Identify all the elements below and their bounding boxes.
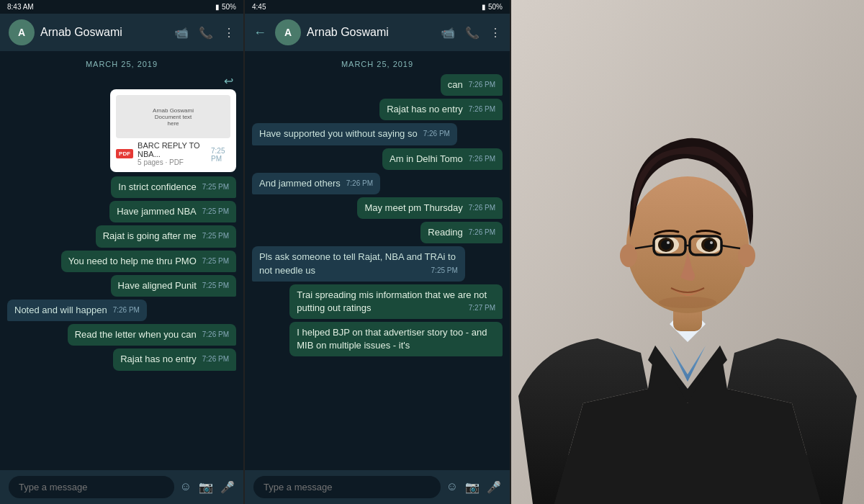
emoji-icon[interactable]: ☺: [180, 480, 192, 494]
msg-row-3: Rajat is going after me 7:25 PM: [7, 225, 236, 247]
m-time-7: 7:25 PM: [431, 266, 458, 276]
video-icon-m[interactable]: 📹: [441, 26, 455, 40]
svg-point-6: [738, 244, 755, 267]
msg-row-7: Read the letter when you can 7:26 PM: [7, 324, 236, 346]
m-bubble-1: Rajat has no entry 7:26 PM: [379, 99, 503, 120]
preview-text: Arnab GoswamiDocument texthere: [150, 104, 197, 130]
date-badge-left: MARCH 25, 2019: [7, 60, 236, 68]
status-bar-left: 8:43 AM ▮ 50%: [0, 0, 243, 14]
attachment-bubble: Arnab GoswamiDocument texthere PDF BARC …: [110, 89, 236, 172]
m-bubble-0: can 7:26 PM: [441, 74, 503, 96]
msg-row-8: Rajat has no entry 7:26 PM: [7, 348, 236, 370]
bubble-sent-7: Read the letter when you can 7:26 PM: [68, 324, 236, 346]
chat-body-middle: MARCH 25, 2019 can 7:26 PM Rajat has no …: [245, 51, 510, 470]
reply-icon: ↩: [224, 74, 233, 88]
time-1: 7:25 PM: [202, 182, 229, 192]
attachment-name: BARC REPLY TO NBA...: [138, 141, 201, 158]
header-icons-left: 📹 📞 ⋮: [174, 26, 235, 40]
m-time-0: 7:26 PM: [469, 80, 495, 90]
avatar-middle: A: [275, 19, 301, 45]
header-left: A Arnab Goswami 📹 📞 ⋮: [0, 14, 243, 51]
m-bubble-6: Reading 7:26 PM: [420, 222, 503, 243]
type-bar-left: ☺ 📷 🎤: [0, 470, 243, 504]
reply-row: ↩: [224, 74, 236, 88]
msg-row-2: Have jammed NBA 7:25 PM: [7, 201, 236, 222]
call-icon[interactable]: 📞: [199, 26, 213, 40]
bubble-received-6: Noted and will happen 7:26 PM: [7, 300, 147, 321]
bubble-sent-8: Rajat has no entry 7:26 PM: [113, 348, 236, 370]
msg-row-6: Noted and will happen 7:26 PM: [7, 300, 236, 321]
m-bubble-9: I helped BJP on that advertiser story to…: [289, 322, 503, 356]
bubble-sent-4: You need to help me thru PMO 7:25 PM: [61, 251, 236, 272]
attachment-time: 7:25 PM: [211, 147, 230, 163]
middle-phone: 4:45 ▮ 50% ← A Arnab Goswami 📹 📞 ⋮ MARCH…: [245, 0, 511, 504]
msg-row-5: Have aligned Punit 7:25 PM: [7, 275, 236, 297]
svg-point-5: [620, 244, 637, 267]
svg-point-9: [661, 240, 671, 250]
main-container: 8:43 AM ▮ 50% A Arnab Goswami 📹 📞 ⋮ MARC…: [0, 0, 864, 504]
header-icons-middle: 📹 📞 ⋮: [441, 26, 501, 40]
m-msg-row-5: May meet pm Thursday 7:26 PM: [252, 197, 503, 219]
menu-icon[interactable]: ⋮: [223, 26, 235, 40]
svg-point-17: [659, 297, 716, 308]
bubble-sent-3: Rajat is going after me 7:25 PM: [96, 225, 236, 247]
time-2: 7:25 PM: [202, 207, 229, 217]
m-bubble-8: Trai spreading mis information that we a…: [289, 284, 503, 319]
type-input-left[interactable]: [9, 476, 174, 498]
time-left: 8:43 AM: [7, 3, 34, 11]
battery-icon-m: ▮ 50%: [482, 3, 503, 11]
type-bar-middle: ☺ 📷 🎤: [245, 470, 510, 504]
type-icons-left: ☺ 📷 🎤: [180, 480, 235, 494]
time-4: 7:25 PM: [202, 256, 229, 266]
battery-icon: ▮ 50%: [215, 3, 236, 11]
time-middle: 4:45: [252, 3, 266, 11]
svg-point-10: [667, 241, 670, 244]
m-bubble-3: Am in Delhi Tomo 7:26 PM: [382, 148, 503, 170]
m-msg-row-6: Reading 7:26 PM: [252, 222, 503, 243]
chat-body-left: MARCH 25, 2019 ↩ Arnab GoswamiDocument t…: [0, 51, 243, 470]
status-bar-middle: 4:45 ▮ 50%: [245, 0, 510, 14]
m-time-2: 7:26 PM: [423, 129, 450, 139]
mic-icon-m[interactable]: 🎤: [487, 480, 501, 494]
menu-icon-m[interactable]: ⋮: [490, 26, 501, 40]
m-msg-row-7: Pls ask someone to tell Rajat, NBA and T…: [252, 246, 503, 281]
m-bubble-5: May meet pm Thursday 7:26 PM: [357, 197, 503, 219]
m-msg-row-0: can 7:26 PM: [252, 74, 503, 96]
bubble-sent-5: Have aligned Punit 7:25 PM: [111, 275, 236, 297]
m-time-1: 7:26 PM: [469, 104, 495, 114]
time-3: 7:25 PM: [202, 231, 229, 241]
date-badge-middle: MARCH 25, 2019: [252, 60, 503, 68]
status-right-m: ▮ 50%: [482, 3, 503, 11]
msg-row-4: You need to help me thru PMO 7:25 PM: [7, 251, 236, 272]
m-time-6: 7:26 PM: [469, 228, 495, 238]
svg-point-13: [704, 240, 714, 250]
time-6: 7:26 PM: [113, 305, 140, 315]
attachment-wrapper: ↩ Arnab GoswamiDocument texthere PDF BAR…: [78, 74, 236, 174]
video-icon[interactable]: 📹: [174, 26, 189, 40]
time-5: 7:25 PM: [202, 281, 229, 291]
type-icons-middle: ☺ 📷 🎤: [446, 480, 501, 494]
m-msg-row-4: And jammed others 7:26 PM: [252, 173, 503, 194]
m-msg-row-9: I helped BJP on that advertiser story to…: [252, 322, 503, 356]
header-middle: ← A Arnab Goswami 📹 📞 ⋮: [245, 14, 510, 51]
camera-icon-m[interactable]: 📷: [465, 480, 480, 494]
time-8: 7:26 PM: [202, 354, 229, 364]
attachment-details: BARC REPLY TO NBA... 5 pages · PDF: [138, 141, 201, 166]
m-msg-row-1: Rajat has no entry 7:26 PM: [252, 99, 503, 120]
call-icon-m[interactable]: 📞: [465, 26, 480, 40]
status-left: 8:43 AM: [7, 3, 34, 11]
m-time-8: 7:27 PM: [469, 303, 495, 313]
avatar-left: A: [9, 19, 35, 45]
pdf-icon: PDF: [116, 149, 133, 158]
back-arrow-icon[interactable]: ←: [253, 25, 266, 40]
status-left-m: 4:45: [252, 3, 266, 11]
attachment-meta: 5 pages · PDF: [138, 158, 201, 166]
mic-icon[interactable]: 🎤: [220, 480, 235, 494]
m-bubble-7: Pls ask someone to tell Rajat, NBA and T…: [252, 246, 465, 281]
m-time-3: 7:26 PM: [469, 154, 495, 164]
camera-icon[interactable]: 📷: [199, 480, 213, 494]
time-7: 7:26 PM: [202, 330, 229, 340]
person-panel: [511, 0, 864, 504]
type-input-middle[interactable]: [253, 476, 441, 498]
emoji-icon-m[interactable]: ☺: [446, 480, 458, 494]
